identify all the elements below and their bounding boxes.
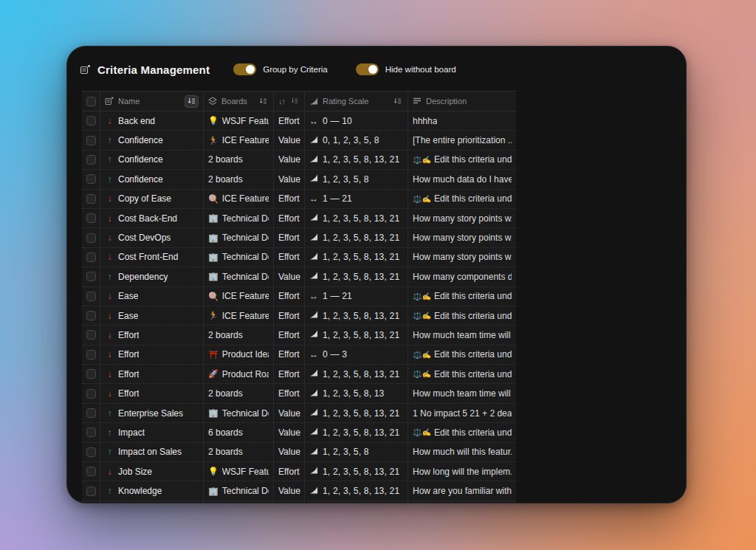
row-checkbox[interactable] <box>86 369 96 379</box>
boards-cell[interactable]: 2 boards <box>204 384 274 402</box>
name-cell[interactable]: ↓ Ease <box>100 287 204 306</box>
rating-cell[interactable]: ↔ 1, 2, 3, 5, 8, 13, 21 <box>305 481 408 500</box>
row-checkbox[interactable] <box>86 213 96 223</box>
name-cell[interactable]: ↓ Effort <box>100 365 204 383</box>
description-cell[interactable]: Effectiveness of the attra... <box>408 501 516 503</box>
name-cell[interactable]: ↓ Back end <box>100 111 204 130</box>
name-cell[interactable]: ↓ Effort <box>100 346 204 364</box>
rating-cell[interactable]: ↔ 0, 1, 2, 3, 5, 8 <box>305 131 408 149</box>
boards-cell[interactable]: 🏢 Technical De... <box>204 228 274 247</box>
type-cell[interactable]: Effort <box>274 384 305 402</box>
rating-cell[interactable]: ↔ 1, 2, 3, 5, 8, 13, 21 <box>305 501 408 503</box>
name-cell[interactable]: ↑ Reach <box>100 501 204 503</box>
description-cell[interactable]: ⚖️✍️ Edit this criteria und... <box>408 190 516 208</box>
row-checkbox[interactable] <box>86 116 96 126</box>
boards-cell[interactable]: 6 boards <box>204 423 274 441</box>
description-cell[interactable]: How many components d... <box>408 267 516 286</box>
boards-cell[interactable]: 🏃 ICE Feature ... <box>204 306 274 325</box>
boards-cell[interactable]: 💡 WSJF Featur... <box>204 462 274 481</box>
row-checkbox[interactable] <box>86 389 96 399</box>
name-cell[interactable]: ↑ Knowledge <box>100 481 204 500</box>
boards-cell[interactable]: 🏢 Technical De... <box>204 481 274 500</box>
row-checkbox[interactable] <box>86 447 96 457</box>
type-cell[interactable]: Value <box>274 443 305 461</box>
rating-cell[interactable]: ↔ 1, 2, 3, 5, 8, 13, 21 <box>305 306 408 325</box>
description-cell[interactable]: ⚖️✍️ Edit this criteria und... <box>408 423 516 441</box>
description-cell[interactable]: ⚖️✍️ Edit this criteria und... <box>408 365 516 383</box>
row-checkbox[interactable] <box>86 272 96 281</box>
type-cell[interactable]: Value <box>274 170 305 188</box>
type-filter-button[interactable] <box>289 96 300 106</box>
group-by-criteria-toggle[interactable] <box>233 63 256 75</box>
name-cell[interactable]: ↓ Cost Back-End <box>100 209 204 227</box>
row-checkbox[interactable] <box>86 487 96 496</box>
boards-cell[interactable]: 🏃 ICE Feature ... <box>204 131 274 149</box>
rating-cell[interactable]: ↔ 1 — 21 <box>305 190 408 208</box>
boards-cell[interactable]: 2 boards <box>204 326 274 344</box>
boards-cell[interactable]: 🚀 Product Roa... <box>204 365 274 383</box>
name-cell[interactable]: ↓ Ease <box>100 306 204 325</box>
name-cell[interactable]: ↑ Impact on Sales <box>100 443 204 461</box>
row-checkbox[interactable] <box>86 194 96 204</box>
boards-filter-button[interactable] <box>258 96 269 107</box>
description-cell[interactable]: How many story points w... <box>408 209 516 227</box>
row-checkbox[interactable] <box>86 311 96 320</box>
boards-cell[interactable]: 🍭 ICE Feature ... <box>204 287 274 306</box>
description-cell[interactable]: ⚖️✍️ Edit this criteria und... <box>408 287 516 306</box>
boards-cell[interactable]: ⛩️ Product Ideas <box>204 346 274 364</box>
type-cell[interactable]: Value <box>274 501 305 503</box>
boards-cell[interactable]: 🍭 ICE Feature ... <box>204 190 274 208</box>
rating-cell[interactable]: ↔ 1, 2, 3, 5, 8, 13 <box>305 384 408 402</box>
row-checkbox[interactable] <box>86 252 96 262</box>
type-cell[interactable]: Value <box>274 404 305 422</box>
description-cell[interactable]: hhhha <box>408 111 516 130</box>
type-cell[interactable]: Effort <box>274 248 305 267</box>
header-boards[interactable]: Boards <box>204 92 274 111</box>
row-checkbox[interactable] <box>86 155 96 165</box>
name-cell[interactable]: ↑ Dependency <box>100 267 204 286</box>
row-checkbox[interactable] <box>86 330 96 340</box>
header-name[interactable]: Name <box>100 92 204 111</box>
rating-cell[interactable]: ↔ 0 — 10 <box>305 111 408 130</box>
row-checkbox[interactable] <box>86 136 96 145</box>
type-cell[interactable]: Effort <box>274 462 305 481</box>
type-cell[interactable]: Effort <box>274 111 305 130</box>
type-cell[interactable]: Effort <box>274 346 305 364</box>
name-cell[interactable]: ↑ Confidence <box>100 151 204 169</box>
rating-cell[interactable]: ↔ 1, 2, 3, 5, 8, 13, 21 <box>305 248 408 267</box>
name-cell[interactable]: ↑ Impact <box>100 423 204 441</box>
description-cell[interactable]: How are you familiar with... <box>408 481 516 500</box>
rating-cell[interactable]: ↔ 0 — 3 <box>305 346 408 364</box>
rating-cell[interactable]: ↔ 1, 2, 3, 5, 8, 13, 21 <box>305 209 408 227</box>
type-cell[interactable]: Value <box>274 151 305 169</box>
rating-cell[interactable]: ↔ 1, 2, 3, 5, 8, 13, 21 <box>305 365 408 383</box>
type-cell[interactable]: Value <box>274 423 305 441</box>
row-checkbox[interactable] <box>86 292 96 301</box>
boards-cell[interactable]: 🏃 ICE Feature ... <box>204 501 274 503</box>
type-cell[interactable]: Effort <box>274 306 305 325</box>
row-checkbox[interactable] <box>86 233 96 243</box>
rating-cell[interactable]: ↔ 1, 2, 3, 5, 8, 13, 21 <box>305 267 408 286</box>
rating-cell[interactable]: ↔ 1, 2, 3, 5, 8, 13, 21 <box>305 151 408 169</box>
rating-cell[interactable]: ↔ 1, 2, 3, 5, 8, 13, 21 <box>305 404 408 422</box>
header-description[interactable]: Description <box>408 92 516 111</box>
description-cell[interactable]: ⚖️✍️ Edit this criteria und... <box>408 346 516 364</box>
name-cell[interactable]: ↓ Cost DevOps <box>100 228 204 247</box>
rating-cell[interactable]: ↔ 1, 2, 3, 5, 8 <box>305 170 408 188</box>
header-rating-scale[interactable]: Rating Scale <box>305 92 408 111</box>
description-cell[interactable]: ⚖️✍️ Edit this criteria und... <box>408 306 516 325</box>
header-type[interactable]: ↓↑ <box>274 92 305 111</box>
description-cell[interactable]: 1 No impact 5 21 + 2 deal... <box>408 404 516 422</box>
row-checkbox[interactable] <box>86 174 96 184</box>
boards-cell[interactable]: 🏢 Technical De... <box>204 209 274 227</box>
boards-cell[interactable]: 🏢 Technical De... <box>204 404 274 422</box>
name-cell[interactable]: ↓ Effort <box>100 384 204 402</box>
description-cell[interactable]: [The entire prioritization ... <box>408 131 516 149</box>
name-cell[interactable]: ↓ Job Size <box>100 462 204 481</box>
name-filter-button[interactable] <box>185 95 199 108</box>
name-cell[interactable]: ↓ Cost Front-End <box>100 248 204 267</box>
type-cell[interactable]: Effort <box>274 287 305 306</box>
name-cell[interactable]: ↑ Enterprise Sales <box>100 404 204 422</box>
description-cell[interactable]: How much team time will ... <box>408 326 516 344</box>
type-cell[interactable]: Value <box>274 267 305 286</box>
